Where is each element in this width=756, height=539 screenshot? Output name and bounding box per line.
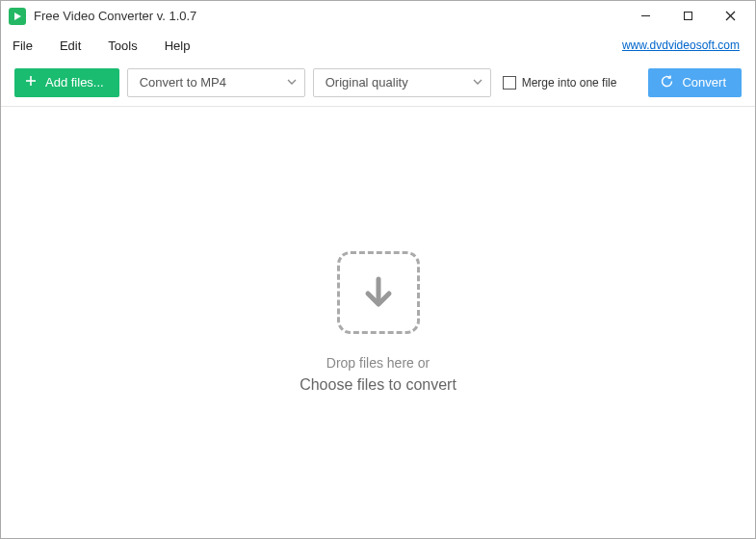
main-window: Free Video Converter v. 1.0.7 File Edit … bbox=[0, 0, 756, 539]
dropzone-text-2: Choose files to convert bbox=[300, 376, 456, 394]
app-icon bbox=[9, 8, 26, 25]
close-button[interactable] bbox=[709, 2, 751, 31]
plus-icon bbox=[24, 74, 38, 90]
format-dropdown-value: Convert to MP4 bbox=[140, 75, 226, 90]
quality-dropdown-value: Original quality bbox=[326, 75, 408, 90]
chevron-down-icon bbox=[287, 75, 297, 90]
merge-checkbox[interactable]: Merge into one file bbox=[499, 76, 621, 90]
maximize-button[interactable] bbox=[666, 2, 709, 31]
menubar: File Edit Tools Help www.dvdvideosoft.co… bbox=[1, 32, 755, 59]
add-files-button[interactable]: Add files... bbox=[14, 68, 119, 97]
add-files-label: Add files... bbox=[45, 75, 104, 90]
website-link[interactable]: www.dvdvideosoft.com bbox=[622, 38, 740, 52]
format-dropdown[interactable]: Convert to MP4 bbox=[127, 68, 305, 97]
svg-rect-1 bbox=[684, 13, 691, 20]
menu-tools[interactable]: Tools bbox=[108, 38, 137, 53]
toolbar: Add files... Convert to MP4 Original qua… bbox=[1, 59, 755, 107]
menu-help[interactable]: Help bbox=[165, 38, 191, 53]
window-controls bbox=[624, 2, 751, 31]
titlebar: Free Video Converter v. 1.0.7 bbox=[1, 1, 755, 32]
checkbox-box-icon bbox=[503, 76, 516, 90]
menu-edit[interactable]: Edit bbox=[60, 38, 81, 53]
dropzone[interactable]: Drop files here or Choose files to conve… bbox=[1, 107, 755, 538]
refresh-icon bbox=[660, 74, 674, 91]
quality-dropdown[interactable]: Original quality bbox=[313, 68, 491, 97]
chevron-down-icon bbox=[473, 75, 482, 90]
convert-label: Convert bbox=[682, 75, 726, 90]
menu-file[interactable]: File bbox=[13, 38, 33, 53]
window-title: Free Video Converter v. 1.0.7 bbox=[34, 9, 624, 23]
download-arrow-icon bbox=[337, 251, 420, 334]
minimize-button[interactable] bbox=[624, 2, 666, 31]
dropzone-text-1: Drop files here or bbox=[326, 355, 430, 371]
convert-button[interactable]: Convert bbox=[648, 68, 742, 97]
merge-checkbox-label: Merge into one file bbox=[522, 76, 617, 90]
